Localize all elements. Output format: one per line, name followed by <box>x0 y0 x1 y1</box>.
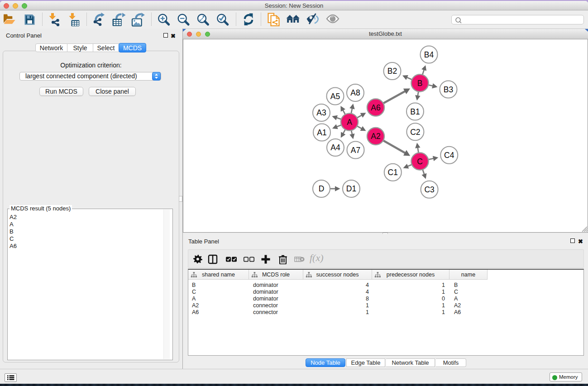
svg-text:A6: A6 <box>371 103 380 112</box>
svg-text:A8: A8 <box>350 88 360 97</box>
svg-text:B1: B1 <box>410 107 420 116</box>
svg-text:D: D <box>319 184 325 193</box>
svg-text:B: B <box>417 79 423 88</box>
svg-text:C2: C2 <box>410 128 420 137</box>
svg-text:A7: A7 <box>351 146 360 155</box>
svg-text:C4: C4 <box>444 151 454 160</box>
svg-text:A4: A4 <box>330 143 340 152</box>
svg-text:A2: A2 <box>371 132 380 141</box>
svg-text:A5: A5 <box>330 92 340 101</box>
svg-text:B4: B4 <box>424 50 434 59</box>
svg-text:C1: C1 <box>388 168 398 177</box>
svg-text:D1: D1 <box>346 184 356 193</box>
svg-text:A3: A3 <box>316 108 326 117</box>
svg-text:C3: C3 <box>424 185 434 194</box>
svg-text:B3: B3 <box>444 85 453 94</box>
svg-text:B2: B2 <box>387 67 397 76</box>
svg-text:A: A <box>347 118 352 127</box>
svg-text:C: C <box>417 157 423 166</box>
svg-text:A1: A1 <box>317 128 326 137</box>
